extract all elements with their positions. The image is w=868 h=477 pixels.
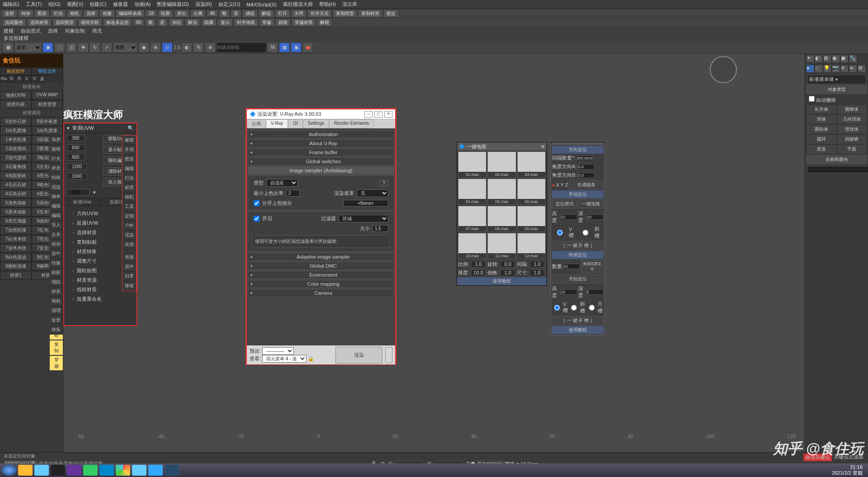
tool-icon[interactable]: M (267, 43, 278, 52)
filter-tab[interactable]: ALL (0, 76, 8, 83)
side-cat[interactable]: 脚本 (49, 192, 63, 202)
sys-icon[interactable]: ⚙ (858, 65, 866, 73)
task-app[interactable] (34, 465, 49, 476)
close-btn[interactable]: ✕ (384, 111, 392, 118)
name-input[interactable] (807, 166, 868, 173)
tool-btn[interactable]: 成组 (242, 9, 258, 18)
d2-input[interactable] (586, 289, 604, 295)
tool-icon[interactable]: % (193, 43, 204, 52)
mat-item[interactable]: 9橱柜混漆 (0, 262, 32, 271)
mat-item[interactable]: 1单色乳漆 (0, 135, 32, 144)
filter-tab[interactable]: S (15, 76, 23, 83)
view-sel[interactable]: 四元菜单 4 - 顶 (262, 355, 307, 363)
menu-item[interactable]: 创建(C) (90, 1, 106, 8)
side-cat[interactable]: 特殊 (49, 173, 63, 183)
side-cat[interactable]: 渲染 (123, 231, 136, 240)
prim-btn[interactable]: 圆柱体 (806, 124, 837, 134)
tool-btn[interactable]: 冻结 (169, 19, 184, 27)
max-icon[interactable] (165, 465, 179, 476)
max-btn[interactable]: ▢ (374, 111, 382, 118)
side-cat[interactable]: 灯光 (49, 154, 63, 164)
tool-btn[interactable]: 跟随 (275, 19, 291, 27)
side-cat[interactable]: 收集 (49, 325, 63, 335)
side-cat[interactable]: 工具 (123, 202, 136, 212)
size-preset[interactable]: 1600 (64, 171, 100, 181)
side-cat[interactable]: 修改 (123, 281, 136, 291)
prim-btn[interactable]: 管状体 (837, 124, 868, 134)
tool-btn[interactable]: 90 (133, 19, 144, 26)
tool-btn[interactable]: 18 (146, 10, 157, 17)
task-app[interactable] (83, 465, 98, 476)
render-tab[interactable]: Render Elements (329, 119, 374, 128)
subtab[interactable]: 自由形式 (21, 28, 41, 34)
filter-tab[interactable]: C (31, 76, 38, 83)
rollup[interactable]: +Environment (248, 271, 394, 279)
prim-btn[interactable]: 圆锥体 (837, 104, 868, 114)
side-cat[interactable]: 图形 (123, 155, 136, 164)
quick-btn[interactable]: 穿越 (50, 356, 63, 370)
side-cat[interactable]: 全景 (49, 316, 63, 325)
side-cat[interactable]: 灯光 (123, 174, 136, 183)
rotate-tool[interactable]: ↻ (90, 43, 100, 52)
tool-btn[interactable]: 选同材质 (27, 19, 52, 27)
side-cat[interactable]: 编辑 (49, 211, 63, 221)
tool-btn[interactable]: 分离 (190, 9, 206, 18)
by-height[interactable]: 根据高度定位 (581, 260, 604, 273)
subtab[interactable]: 对象绘制 (65, 28, 85, 34)
rollup[interactable]: +Authorization (248, 130, 394, 138)
tool-btn[interactable]: 复制材质 (358, 9, 382, 18)
filter-sel[interactable]: 区域 (339, 215, 388, 222)
mat-item[interactable]: 8白色混油 (0, 253, 32, 262)
div-check[interactable] (254, 200, 259, 206)
tile-thumb[interactable]: 10.max (458, 233, 486, 259)
filter-tab[interactable]: 反 (38, 76, 46, 83)
tool-icon[interactable]: ◐ (181, 43, 192, 52)
mat-item[interactable]: 7白木木纹 (0, 235, 32, 244)
tool-btn[interactable]: 对齐地面 (234, 19, 258, 27)
filter-tab[interactable]: L (23, 76, 31, 83)
tool-btn[interactable]: 选同颜色 (2, 19, 26, 27)
start-button[interactable] (2, 465, 16, 476)
side-cat[interactable]: 常用 (123, 145, 136, 155)
param-field[interactable]: 0.0 (500, 261, 515, 268)
render-icon[interactable]: 🫖 (302, 43, 313, 52)
v-slot2[interactable] (552, 305, 562, 311)
side-cat[interactable]: 户外 (123, 221, 136, 231)
gen-btn[interactable]: 生成线条 (569, 180, 604, 189)
prim-btn[interactable]: 茶壶 (806, 144, 837, 154)
side-cat[interactable]: 编辑 (123, 164, 136, 174)
size-preset[interactable]: 600 (64, 143, 100, 152)
mat-item[interactable]: 4地面瓷砖 (0, 171, 32, 180)
d-input[interactable] (586, 214, 604, 220)
side-cat[interactable]: 刷新 (49, 268, 63, 278)
tool-btn[interactable]: 轮廓 (158, 9, 173, 18)
menu-item[interactable]: 编辑(E) (3, 1, 19, 8)
rollup[interactable]: +Camera (248, 289, 394, 297)
menu-item[interactable]: MAXScript(X) (246, 2, 277, 7)
side-cat[interactable]: 塌陷 (49, 278, 63, 287)
size-preset[interactable]: 1200 (64, 162, 100, 171)
geom-icon[interactable]: ● (806, 65, 814, 73)
prim-btn[interactable]: 球体 (806, 114, 837, 124)
tool-btn[interactable]: 逆 (231, 9, 241, 18)
side-cat[interactable]: 资源 (123, 253, 136, 262)
h-input[interactable] (560, 214, 577, 220)
light-icon[interactable]: 💡 (823, 65, 831, 73)
cam-icon[interactable]: 📷 (832, 65, 840, 73)
util-tab[interactable]: 🔧 (849, 55, 857, 63)
mat-item[interactable]: 7深木木纹 (0, 244, 32, 253)
tool-btn[interactable]: 顺 (219, 9, 230, 18)
prim-btn[interactable]: 几何球体 (837, 114, 868, 124)
tool-btn[interactable]: 逆 (157, 19, 168, 27)
type-sel[interactable]: 自适应 (266, 179, 298, 187)
tool-btn[interactable]: 45 (207, 10, 218, 17)
motion-tab[interactable]: ◉ (832, 55, 840, 63)
helper-icon[interactable]: ✳ (840, 65, 849, 73)
tile-thumb[interactable]: 12.max (517, 233, 546, 259)
rollup[interactable]: +Frame buffer (248, 148, 394, 156)
tab-help[interactable]: 帮助文件 (32, 67, 63, 76)
tool-btn[interactable]: 选同图层 (52, 19, 77, 27)
min-btn[interactable]: — (364, 111, 373, 118)
side-cat[interactable]: 保存 (49, 240, 63, 249)
tile-thumb[interactable]: 11.max (487, 233, 516, 259)
